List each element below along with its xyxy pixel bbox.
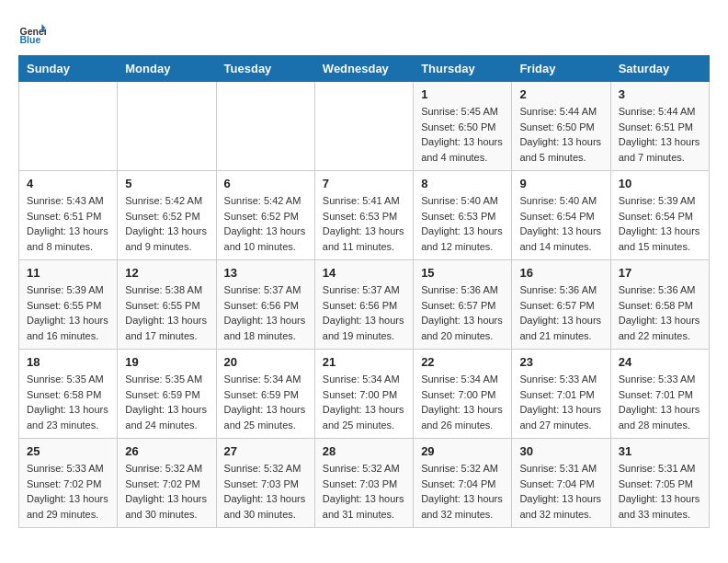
calendar-day-cell: 17Sunrise: 5:36 AM Sunset: 6:58 PM Dayli… [610,260,709,350]
calendar-week-row: 1Sunrise: 5:45 AM Sunset: 6:50 PM Daylig… [19,82,710,171]
day-number: 16 [519,266,602,280]
svg-text:Blue: Blue [20,34,41,45]
day-info: Sunrise: 5:42 AM Sunset: 6:52 PM Dayligh… [224,193,307,254]
calendar-day-cell: 9Sunrise: 5:40 AM Sunset: 6:54 PM Daylig… [512,171,610,260]
calendar-day-cell: 14Sunrise: 5:37 AM Sunset: 6:56 PM Dayli… [314,260,413,350]
weekday-header-cell: Wednesday [314,56,413,82]
day-number: 27 [224,444,307,458]
logo-icon: General Blue [18,18,46,46]
day-number: 23 [519,355,602,369]
calendar-day-cell: 1Sunrise: 5:45 AM Sunset: 6:50 PM Daylig… [414,82,512,171]
day-number: 30 [519,444,602,458]
day-info: Sunrise: 5:39 AM Sunset: 6:54 PM Dayligh… [619,193,701,254]
calendar-day-cell: 22Sunrise: 5:34 AM Sunset: 7:00 PM Dayli… [414,350,512,439]
day-info: Sunrise: 5:32 AM Sunset: 7:02 PM Dayligh… [125,461,208,522]
day-number: 13 [224,266,307,280]
calendar-day-cell: 4Sunrise: 5:43 AM Sunset: 6:51 PM Daylig… [19,171,118,260]
day-info: Sunrise: 5:41 AM Sunset: 6:53 PM Dayligh… [323,193,405,254]
day-number: 26 [125,444,208,458]
day-number: 17 [619,266,701,280]
day-info: Sunrise: 5:34 AM Sunset: 7:00 PM Dayligh… [323,372,405,432]
day-number: 7 [323,177,405,190]
calendar-body: 1Sunrise: 5:45 AM Sunset: 6:50 PM Daylig… [19,82,710,528]
day-info: Sunrise: 5:42 AM Sunset: 6:52 PM Dayligh… [125,193,208,254]
day-number: 8 [421,177,504,190]
day-number: 18 [27,355,109,369]
calendar-day-cell: 26Sunrise: 5:32 AM Sunset: 7:02 PM Dayli… [118,439,216,528]
calendar-day-cell [118,82,216,171]
day-info: Sunrise: 5:37 AM Sunset: 6:56 PM Dayligh… [224,282,307,343]
day-number: 12 [125,266,208,280]
weekday-header-cell: Friday [512,56,610,82]
calendar-day-cell [314,82,413,171]
weekday-header-cell: Sunday [19,56,118,82]
weekday-header-cell: Monday [118,56,216,82]
day-number: 2 [519,87,602,101]
day-info: Sunrise: 5:38 AM Sunset: 6:55 PM Dayligh… [125,282,208,343]
day-number: 1 [421,87,504,101]
day-info: Sunrise: 5:33 AM Sunset: 7:01 PM Dayligh… [519,372,602,432]
day-info: Sunrise: 5:43 AM Sunset: 6:51 PM Dayligh… [27,193,109,254]
day-info: Sunrise: 5:45 AM Sunset: 6:50 PM Dayligh… [421,104,504,165]
day-info: Sunrise: 5:39 AM Sunset: 6:55 PM Dayligh… [27,282,109,343]
day-number: 31 [619,444,701,458]
calendar-day-cell: 18Sunrise: 5:35 AM Sunset: 6:58 PM Dayli… [19,350,118,439]
calendar-day-cell: 11Sunrise: 5:39 AM Sunset: 6:55 PM Dayli… [19,260,118,350]
logo: General Blue [18,18,50,46]
calendar-day-cell: 24Sunrise: 5:33 AM Sunset: 7:01 PM Dayli… [610,350,709,439]
day-info: Sunrise: 5:34 AM Sunset: 7:00 PM Dayligh… [421,372,504,432]
day-info: Sunrise: 5:35 AM Sunset: 6:58 PM Dayligh… [27,372,109,432]
day-number: 22 [421,355,504,369]
day-info: Sunrise: 5:32 AM Sunset: 7:03 PM Dayligh… [323,461,405,522]
day-number: 10 [619,177,701,190]
calendar-day-cell: 16Sunrise: 5:36 AM Sunset: 6:57 PM Dayli… [512,260,610,350]
calendar-day-cell: 13Sunrise: 5:37 AM Sunset: 6:56 PM Dayli… [216,260,314,350]
day-info: Sunrise: 5:31 AM Sunset: 7:05 PM Dayligh… [619,461,701,522]
day-number: 14 [323,266,405,280]
day-info: Sunrise: 5:35 AM Sunset: 6:59 PM Dayligh… [125,372,208,432]
calendar-day-cell: 6Sunrise: 5:42 AM Sunset: 6:52 PM Daylig… [216,171,314,260]
day-info: Sunrise: 5:36 AM Sunset: 6:58 PM Dayligh… [619,282,701,343]
day-info: Sunrise: 5:44 AM Sunset: 6:50 PM Dayligh… [519,104,602,165]
day-info: Sunrise: 5:33 AM Sunset: 7:01 PM Dayligh… [619,372,701,432]
weekday-header-cell: Tuesday [216,56,314,82]
day-info: Sunrise: 5:32 AM Sunset: 7:03 PM Dayligh… [224,461,307,522]
calendar-day-cell: 27Sunrise: 5:32 AM Sunset: 7:03 PM Dayli… [216,439,314,528]
calendar-day-cell: 3Sunrise: 5:44 AM Sunset: 6:51 PM Daylig… [610,82,709,171]
calendar-day-cell [19,82,118,171]
day-number: 4 [27,177,109,190]
day-info: Sunrise: 5:32 AM Sunset: 7:04 PM Dayligh… [421,461,504,522]
calendar-day-cell: 5Sunrise: 5:42 AM Sunset: 6:52 PM Daylig… [118,171,216,260]
day-number: 11 [27,266,109,280]
calendar-day-cell: 29Sunrise: 5:32 AM Sunset: 7:04 PM Dayli… [414,439,512,528]
day-info: Sunrise: 5:31 AM Sunset: 7:04 PM Dayligh… [519,461,602,522]
calendar-table: SundayMondayTuesdayWednesdayThursdayFrid… [18,55,710,528]
calendar-day-cell: 20Sunrise: 5:34 AM Sunset: 6:59 PM Dayli… [216,350,314,439]
calendar-week-row: 25Sunrise: 5:33 AM Sunset: 7:02 PM Dayli… [19,439,710,528]
calendar-day-cell: 30Sunrise: 5:31 AM Sunset: 7:04 PM Dayli… [512,439,610,528]
calendar-week-row: 11Sunrise: 5:39 AM Sunset: 6:55 PM Dayli… [19,260,710,350]
day-info: Sunrise: 5:33 AM Sunset: 7:02 PM Dayligh… [27,461,109,522]
day-number: 19 [125,355,208,369]
weekday-header-cell: Saturday [610,56,709,82]
day-number: 5 [125,177,208,190]
weekday-header-cell: Thursday [414,56,512,82]
calendar-day-cell: 25Sunrise: 5:33 AM Sunset: 7:02 PM Dayli… [19,439,118,528]
day-info: Sunrise: 5:37 AM Sunset: 6:56 PM Dayligh… [323,282,405,343]
calendar-day-cell: 7Sunrise: 5:41 AM Sunset: 6:53 PM Daylig… [314,171,413,260]
day-info: Sunrise: 5:40 AM Sunset: 6:53 PM Dayligh… [421,193,504,254]
calendar-day-cell: 21Sunrise: 5:34 AM Sunset: 7:00 PM Dayli… [314,350,413,439]
calendar-day-cell: 31Sunrise: 5:31 AM Sunset: 7:05 PM Dayli… [610,439,709,528]
day-number: 20 [224,355,307,369]
day-number: 3 [619,87,701,101]
day-number: 21 [323,355,405,369]
day-number: 9 [519,177,602,190]
page-header: General Blue [18,18,710,46]
day-number: 24 [619,355,701,369]
day-info: Sunrise: 5:40 AM Sunset: 6:54 PM Dayligh… [519,193,602,254]
calendar-day-cell: 19Sunrise: 5:35 AM Sunset: 6:59 PM Dayli… [118,350,216,439]
day-number: 15 [421,266,504,280]
calendar-day-cell [216,82,314,171]
day-number: 29 [421,444,504,458]
day-info: Sunrise: 5:44 AM Sunset: 6:51 PM Dayligh… [619,104,701,165]
